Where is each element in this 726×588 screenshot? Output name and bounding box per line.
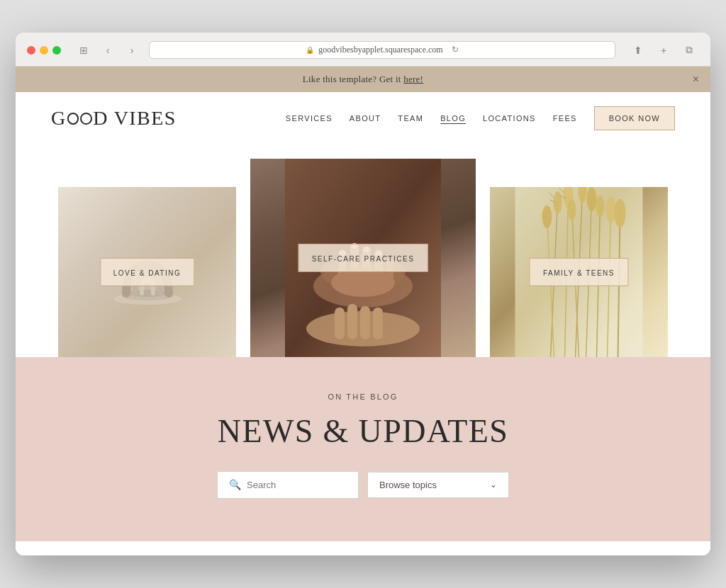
site-navigation: SERVICES ABOUT TEAM BLOG LOCATIONS FEES … <box>286 106 675 130</box>
nav-locations[interactable]: LOCATIONS <box>483 114 536 123</box>
blog-card-self-care[interactable]: SELF-CARE PRACTICES <box>250 159 476 357</box>
svg-rect-20 <box>347 304 357 339</box>
address-bar[interactable]: 🔒 goodvibesbyapplet.squarespace.com ↻ <box>149 41 615 59</box>
card-label-text: LOVE & DATING <box>113 269 181 277</box>
announcement-link[interactable]: here! <box>403 74 423 84</box>
chevron-down-icon: ⌄ <box>490 480 497 490</box>
nav-blog[interactable]: BLOG <box>440 114 466 123</box>
browse-topics-label: Browse topics <box>379 480 437 490</box>
svg-point-13 <box>331 268 395 297</box>
nav-services[interactable]: SERVICES <box>286 114 333 123</box>
url-text: goodvibesbyapplet.squarespace.com <box>318 45 442 55</box>
blog-subtitle: ON THE BLOG <box>150 392 576 401</box>
svg-rect-19 <box>335 307 345 339</box>
announcement-text: Like this template? Get it here! <box>303 74 423 84</box>
card-label-text-family: FAMILY & TEENS <box>543 269 615 277</box>
nav-about[interactable]: ABOUT <box>350 114 381 123</box>
blog-title: NEWS & UPDATES <box>150 412 576 450</box>
refresh-icon: ↻ <box>452 45 459 55</box>
blog-section: ON THE BLOG NEWS & UPDATES 🔍 Browse topi… <box>16 357 710 541</box>
announcement-close-button[interactable]: × <box>693 73 699 86</box>
browse-topics-dropdown[interactable]: Browse topics ⌄ <box>367 472 509 498</box>
browser-window: ⊞ ‹ › 🔒 goodvibesbyapplet.squarespace.co… <box>16 33 710 555</box>
blog-section-inner: ON THE BLOG NEWS & UPDATES 🔍 Browse topi… <box>150 392 576 499</box>
nav-fees[interactable]: FEES <box>553 114 577 123</box>
browser-actions: ⬆ + ⧉ <box>628 42 699 59</box>
minimize-button[interactable] <box>40 46 48 55</box>
book-now-button[interactable]: BOOK NOW <box>594 106 675 130</box>
search-box: 🔍 <box>217 471 359 499</box>
close-button[interactable] <box>27 46 35 55</box>
forward-button[interactable]: › <box>122 42 142 59</box>
blog-cards-section: LOVE & DATING <box>16 145 710 357</box>
blog-search-row: 🔍 Browse topics ⌄ <box>150 471 576 499</box>
svg-rect-22 <box>373 307 383 339</box>
card-label-text-self-care: SELF-CARE PRACTICES <box>312 255 415 263</box>
card-label-self-care: SELF-CARE PRACTICES <box>298 244 428 272</box>
site-logo[interactable]: GD VIBES <box>51 107 177 130</box>
sidebar-toggle-button[interactable]: ⊞ <box>74 42 94 59</box>
svg-rect-21 <box>360 306 370 339</box>
lock-icon: 🔒 <box>306 46 314 54</box>
announcement-bar: Like this template? Get it here! × <box>16 67 710 92</box>
browser-controls: ⊞ ‹ › <box>74 42 142 59</box>
blog-card-love-dating[interactable]: LOVE & DATING <box>58 187 236 357</box>
card-label-family-teens: FAMILY & TEENS <box>530 258 628 286</box>
card-label-love-dating: LOVE & DATING <box>100 258 194 286</box>
site-header: GD VIBES SERVICES ABOUT TEAM BLOG LOCATI… <box>16 92 710 145</box>
tab-overview-button[interactable]: ⧉ <box>679 42 699 59</box>
browser-chrome: ⊞ ‹ › 🔒 goodvibesbyapplet.squarespace.co… <box>16 33 710 67</box>
back-button[interactable]: ‹ <box>98 42 118 59</box>
search-input[interactable] <box>247 480 347 490</box>
nav-team[interactable]: TEAM <box>398 114 423 123</box>
blog-card-family-teens[interactable]: FAMILY & TEENS <box>490 187 668 357</box>
maximize-button[interactable] <box>52 46 61 55</box>
traffic-lights <box>27 46 61 55</box>
share-button[interactable]: ⬆ <box>628 42 648 59</box>
website-content: Like this template? Get it here! × GD VI… <box>16 67 710 555</box>
footer-peek <box>16 541 710 555</box>
search-icon: 🔍 <box>229 479 241 491</box>
new-tab-button[interactable]: + <box>654 42 674 59</box>
